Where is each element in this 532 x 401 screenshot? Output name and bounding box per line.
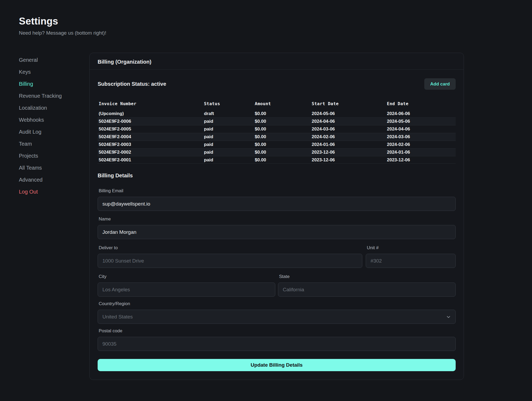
unit-field[interactable] (366, 254, 456, 268)
invoice-cell: $0.00 (254, 134, 311, 140)
invoice-column-header: Invoice Number (98, 100, 203, 107)
sidebar-item-localization[interactable]: Localization (19, 105, 47, 111)
invoice-cell: 5024E9F2-0003 (98, 142, 203, 147)
subscription-row: Subscription Status: active Add card (98, 78, 456, 90)
sidebar-item-log-out[interactable]: Log Out (19, 189, 38, 195)
invoice-cell: draft (203, 111, 254, 116)
invoice-cell: 5024E9F2-0004 (98, 134, 203, 140)
invoice-cell: 2024-06-06 (386, 111, 456, 116)
invoice-cell: paid (203, 150, 254, 155)
invoice-cell: 2024-01-06 (386, 150, 456, 155)
add-card-button[interactable]: Add card (424, 78, 456, 90)
invoice-column-header: Amount (254, 100, 311, 107)
invoice-cell: paid (203, 126, 254, 132)
chevron-down-icon (446, 314, 451, 319)
city-field[interactable] (98, 283, 275, 297)
deliver-to-group: Deliver to (98, 245, 362, 268)
invoice-cell: $0.00 (254, 150, 311, 155)
name-group: Name (98, 216, 456, 239)
invoice-row: 5024E9F2-0005paid$0.002024-03-062024-04-… (98, 125, 456, 133)
country-group: Country/Region United States (98, 301, 456, 324)
unit-label: Unit # (366, 245, 456, 251)
invoice-column-header: Status (203, 100, 254, 107)
invoice-cell: 2024-02-06 (386, 142, 456, 147)
settings-page: Settings Need help? Message us (bottom r… (0, 0, 532, 401)
invoice-row: 5024E9F2-0002paid$0.002023-12-062024-01-… (98, 148, 456, 156)
panel-body: Subscription Status: active Add card Inv… (90, 70, 464, 380)
invoice-cell: 5024E9F2-0006 (98, 119, 203, 124)
invoice-cell: $0.00 (254, 111, 311, 116)
invoice-cell: 5024E9F2-0005 (98, 126, 203, 132)
sidebar-item-projects[interactable]: Projects (19, 153, 38, 159)
sidebar-item-general[interactable]: General (19, 57, 38, 63)
content-area: GeneralKeysBillingRevenue TrackingLocali… (0, 53, 532, 380)
city-group: City (98, 274, 275, 297)
invoice-cell: 2024-01-06 (311, 142, 386, 147)
sidebar-item-webhooks[interactable]: Webhooks (19, 117, 44, 123)
invoice-cell: 2023-12-06 (386, 157, 456, 163)
billing-email-group: Billing Email (98, 188, 456, 211)
invoice-cell: 2024-04-06 (311, 119, 386, 124)
invoice-cell: 2024-05-06 (311, 111, 386, 116)
postal-code-label: Postal code (98, 328, 456, 334)
invoice-table: Invoice NumberStatusAmountStart DateEnd … (98, 100, 456, 164)
invoice-row: 5024E9F2-0001paid$0.002023-12-062023-12-… (98, 156, 456, 164)
unit-group: Unit # (366, 245, 456, 268)
country-selected-value: United States (102, 314, 133, 320)
postal-code-group: Postal code (98, 328, 456, 351)
state-field[interactable] (278, 283, 456, 297)
page-header: Settings Need help? Message us (bottom r… (0, 0, 532, 36)
subscription-status: Subscription Status: active (98, 81, 166, 87)
sidebar-item-billing[interactable]: Billing (19, 81, 33, 87)
invoice-cell: $0.00 (254, 126, 311, 132)
invoice-cell: paid (203, 119, 254, 124)
page-subtitle: Need help? Message us (bottom right)! (19, 30, 532, 36)
invoice-cell: $0.00 (254, 142, 311, 147)
invoice-cell: 2024-04-06 (386, 126, 456, 132)
invoice-column-header: End Date (386, 100, 456, 107)
invoice-row: 5024E9F2-0003paid$0.002024-01-062024-02-… (98, 141, 456, 148)
invoice-cell: (Upcoming) (98, 111, 203, 116)
invoice-cell: 2023-12-06 (311, 150, 386, 155)
deliver-to-field[interactable] (98, 254, 362, 268)
invoice-cell: 2023-12-06 (311, 157, 386, 163)
country-select[interactable]: United States (98, 310, 456, 324)
billing-email-field[interactable] (98, 197, 456, 211)
address-row: Deliver to Unit # (98, 245, 456, 268)
postal-code-field[interactable] (98, 337, 456, 351)
invoice-cell: 2024-03-06 (311, 126, 386, 132)
sidebar-item-advanced[interactable]: Advanced (19, 177, 43, 183)
invoice-row: (Upcoming)draft$0.002024-05-062024-06-06 (98, 110, 456, 117)
invoice-cell: 5024E9F2-0001 (98, 157, 203, 163)
invoice-cell: 2024-03-06 (386, 134, 456, 140)
panel-title: Billing (Organization) (98, 59, 151, 65)
city-label: City (98, 274, 275, 279)
update-billing-details-button[interactable]: Update Billing Details (98, 359, 456, 371)
invoice-cell: $0.00 (254, 119, 311, 124)
invoice-cell: $0.00 (254, 157, 311, 163)
billing-email-label: Billing Email (98, 188, 456, 194)
state-label: State (278, 274, 456, 279)
sidebar-item-team[interactable]: Team (19, 141, 32, 147)
sidebar-item-audit-log[interactable]: Audit Log (19, 129, 41, 135)
invoice-cell: 2024-05-06 (386, 119, 456, 124)
panel-header: Billing (Organization) (90, 53, 464, 70)
state-group: State (278, 274, 456, 297)
billing-details-heading: Billing Details (98, 172, 456, 179)
deliver-to-label: Deliver to (98, 245, 362, 251)
name-field[interactable] (98, 225, 456, 239)
name-label: Name (98, 216, 456, 222)
page-title: Settings (19, 15, 532, 27)
invoice-column-header: Start Date (311, 100, 386, 107)
billing-panel: Billing (Organization) Subscription Stat… (89, 53, 464, 380)
city-state-row: City State (98, 274, 456, 297)
sidebar-item-keys[interactable]: Keys (19, 69, 31, 75)
sidebar-item-revenue-tracking[interactable]: Revenue Tracking (19, 93, 62, 99)
invoice-row: 5024E9F2-0004paid$0.002024-02-062024-03-… (98, 133, 456, 141)
sidebar-item-all-teams[interactable]: All Teams (19, 165, 42, 171)
invoice-table-header: Invoice NumberStatusAmountStart DateEnd … (98, 100, 456, 107)
invoice-cell: paid (203, 157, 254, 163)
country-label: Country/Region (98, 301, 456, 306)
invoice-row: 5024E9F2-0006paid$0.002024-04-062024-05-… (98, 117, 456, 125)
invoice-cell: paid (203, 134, 254, 140)
